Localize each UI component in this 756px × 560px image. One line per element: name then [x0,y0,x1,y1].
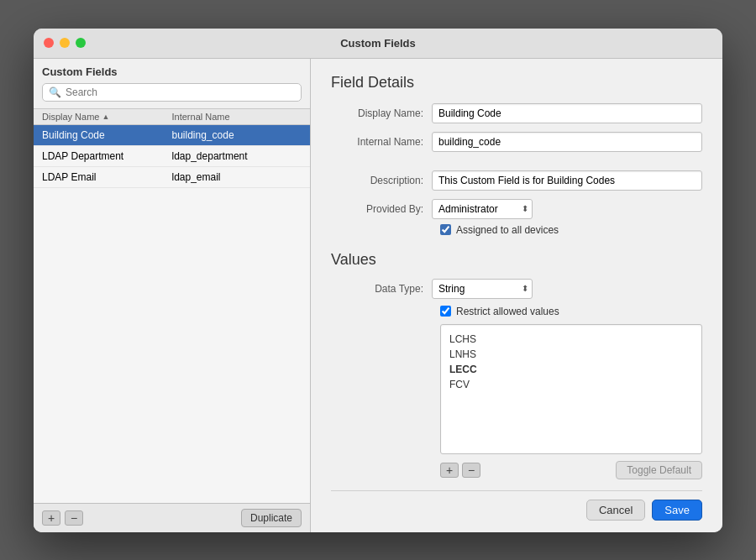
search-box: 🔍 [42,83,302,102]
toggle-default-button[interactable]: Toggle Default [616,461,702,479]
add-value-button[interactable]: + [440,463,459,478]
table-body: Building Code building_code LDAP Departm… [34,125,310,503]
col-display-name: Display Name ▲ [42,112,172,122]
assigned-checkbox[interactable] [440,224,451,235]
close-button[interactable] [44,38,54,48]
titlebar: Custom Fields [34,29,722,59]
values-footer: + − Toggle Default [440,461,702,479]
values-title: Values [331,251,702,269]
values-section: Values Data Type: String Integer Boolean… [331,251,702,489]
description-label: Description: [331,175,432,186]
provided-by-row: Provided By: Administrator LDAP Manual ⬍ [331,199,702,219]
data-type-select-wrapper: String Integer Boolean ⬍ [432,279,533,299]
right-footer: Cancel Save [331,490,702,532]
display-name-row: Display Name: [331,103,702,123]
search-input[interactable] [66,86,295,98]
restrict-checkbox[interactable] [440,306,451,317]
right-panel: Field Details Display Name: Internal Nam… [311,59,722,532]
window-title: Custom Fields [340,37,416,50]
data-type-label: Data Type: [331,283,432,295]
remove-field-button[interactable]: − [65,510,83,526]
sort-arrow-icon: ▲ [102,113,109,121]
provided-by-label: Provided By: [331,203,432,215]
main-window: Custom Fields Custom Fields 🔍 Display Na… [34,29,722,532]
table-row[interactable]: Building Code building_code [34,125,310,146]
row-internal-name: building_code [172,129,302,141]
restrict-row: Restrict allowed values [440,306,702,317]
row-display-name: LDAP Department [42,150,172,162]
traffic-lights [44,38,86,48]
data-type-row: Data Type: String Integer Boolean ⬍ [331,279,702,299]
provided-by-select[interactable]: Administrator LDAP Manual [432,199,533,219]
row-internal-name: ldap_department [172,150,302,162]
field-details-title: Field Details [331,74,702,92]
assigned-row: Assigned to all devices [440,224,702,236]
internal-name-row: Internal Name: [331,132,702,152]
left-header: Custom Fields 🔍 [34,59,310,109]
table-row[interactable]: LDAP Email ldap_email [34,167,310,188]
add-field-button[interactable]: + [42,510,60,526]
col-internal-name: Internal Name [172,112,302,122]
description-row: Description: [331,170,702,191]
search-icon: 🔍 [49,86,61,98]
minimize-button[interactable] [60,38,70,48]
display-name-label: Display Name: [331,107,432,119]
duplicate-button[interactable]: Duplicate [241,509,302,527]
assigned-label: Assigned to all devices [456,224,559,236]
list-item[interactable]: LECC [449,362,693,377]
restrict-label: Restrict allowed values [456,306,559,317]
maximize-button[interactable] [76,38,86,48]
save-button[interactable]: Save [652,500,702,521]
row-internal-name: ldap_email [172,171,302,183]
values-list: LCHS LNHS LECC FCV [440,324,702,454]
data-type-select[interactable]: String Integer Boolean [432,279,533,299]
content-area: Custom Fields 🔍 Display Name ▲ Internal … [34,59,722,532]
internal-name-label: Internal Name: [331,136,432,148]
list-item[interactable]: LNHS [449,347,693,362]
provided-by-select-wrapper: Administrator LDAP Manual ⬍ [432,199,533,219]
left-panel: Custom Fields 🔍 Display Name ▲ Internal … [34,59,311,532]
internal-name-input[interactable] [432,132,702,152]
panel-title: Custom Fields [42,65,302,78]
table-row[interactable]: LDAP Department ldap_department [34,146,310,167]
list-item[interactable]: LCHS [449,332,693,347]
cancel-button[interactable]: Cancel [586,500,645,521]
table-header: Display Name ▲ Internal Name [34,109,310,125]
list-item[interactable]: FCV [449,377,693,392]
display-name-input[interactable] [432,103,702,123]
row-display-name: LDAP Email [42,171,172,183]
description-input[interactable] [432,170,702,191]
remove-value-button[interactable]: − [462,463,480,478]
row-display-name: Building Code [42,129,172,141]
left-footer: + − Duplicate [34,503,310,532]
